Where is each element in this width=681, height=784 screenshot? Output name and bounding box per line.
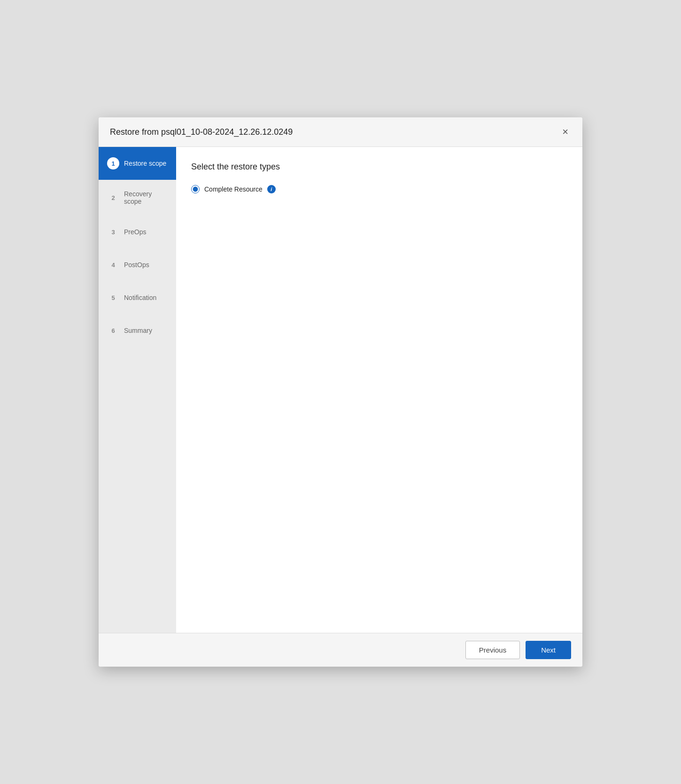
step-number-2: 2 xyxy=(107,192,119,204)
sidebar-item-preops[interactable]: 3 PreOps xyxy=(99,215,176,248)
section-title: Select the restore types xyxy=(191,162,567,172)
step-number-6: 6 xyxy=(107,324,119,337)
step-number-3: 3 xyxy=(107,226,119,238)
sidebar-item-recovery-scope[interactable]: 2 Recovery scope xyxy=(99,180,176,215)
step-number-5: 5 xyxy=(107,292,119,304)
sidebar-item-restore-scope[interactable]: 1 Restore scope xyxy=(99,147,176,180)
sidebar-item-postops[interactable]: 4 PostOps xyxy=(99,248,176,281)
dialog-footer: Previous Next xyxy=(99,633,582,667)
sidebar-label-notification: Notification xyxy=(124,294,156,301)
info-icon[interactable]: i xyxy=(267,185,276,193)
next-button[interactable]: Next xyxy=(526,641,571,659)
dialog-title: Restore from psql01_10-08-2024_12.26.12.… xyxy=(110,127,293,137)
previous-button[interactable]: Previous xyxy=(465,641,520,659)
restore-dialog: Restore from psql01_10-08-2024_12.26.12.… xyxy=(99,117,582,667)
step-number-4: 4 xyxy=(107,259,119,271)
dialog-body: 1 Restore scope 2 Recovery scope 3 PreOp… xyxy=(99,147,582,633)
sidebar: 1 Restore scope 2 Recovery scope 3 PreOp… xyxy=(99,147,176,633)
sidebar-label-restore-scope: Restore scope xyxy=(124,160,166,167)
dialog-header: Restore from psql01_10-08-2024_12.26.12.… xyxy=(99,117,582,147)
sidebar-label-recovery-scope: Recovery scope xyxy=(124,190,168,205)
step-number-1: 1 xyxy=(107,157,119,169)
sidebar-item-summary[interactable]: 6 Summary xyxy=(99,314,176,347)
complete-resource-label: Complete Resource xyxy=(204,185,263,193)
sidebar-label-postops: PostOps xyxy=(124,261,149,269)
close-button[interactable]: × xyxy=(559,126,571,138)
sidebar-label-preops: PreOps xyxy=(124,228,146,236)
sidebar-item-notification[interactable]: 5 Notification xyxy=(99,281,176,314)
main-content: Select the restore types Complete Resour… xyxy=(176,147,582,633)
complete-resource-radio[interactable] xyxy=(191,185,200,193)
sidebar-label-summary: Summary xyxy=(124,327,152,334)
restore-option-complete-resource: Complete Resource i xyxy=(191,185,567,193)
